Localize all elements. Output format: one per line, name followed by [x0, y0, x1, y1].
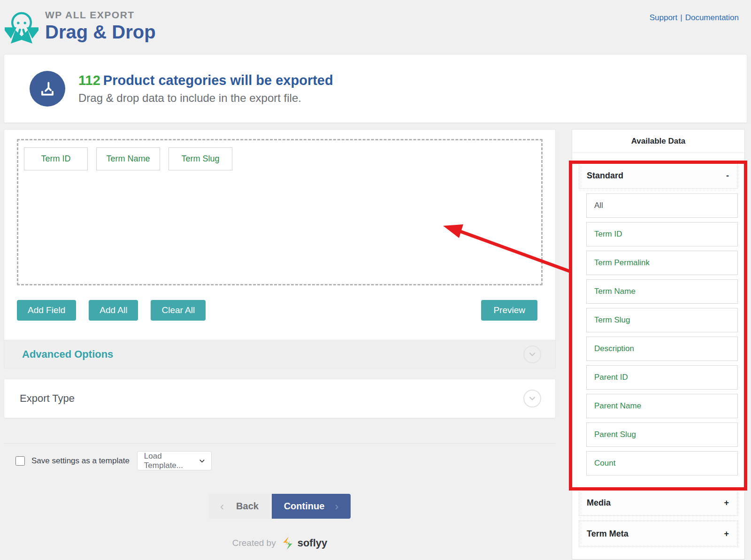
available-data-item[interactable]: Parent Name: [586, 394, 738, 418]
available-data-item[interactable]: Term Slug: [586, 308, 738, 332]
available-data-item[interactable]: Term Name: [586, 279, 738, 304]
available-data-item[interactable]: Term ID: [586, 222, 738, 246]
available-data-item[interactable]: Parent Slug: [586, 422, 738, 447]
field-chip[interactable]: Term ID: [24, 147, 88, 170]
documentation-link[interactable]: Documentation: [685, 13, 739, 22]
group-media[interactable]: Media +: [579, 490, 738, 516]
export-count-label: Product categories will be exported: [103, 73, 333, 88]
add-field-button[interactable]: Add Field: [17, 300, 76, 321]
export-summary-banner: 112Product categories will be exported D…: [4, 54, 747, 123]
group-media-label: Media: [587, 498, 611, 508]
preview-button[interactable]: Preview: [481, 300, 537, 321]
available-data-panel: Available Data Standard - AllTerm IDTerm…: [572, 129, 745, 560]
soflyy-logo-icon: [282, 537, 294, 550]
back-button[interactable]: ‹ Back: [209, 494, 270, 519]
group-term-meta[interactable]: Term Meta +: [579, 521, 738, 547]
add-all-button[interactable]: Add All: [89, 300, 138, 321]
group-standard-label: Standard: [587, 171, 623, 181]
header-links: Support|Documentation: [650, 13, 739, 23]
chevron-left-icon: ‹: [220, 500, 224, 513]
clear-all-button[interactable]: Clear All: [151, 300, 206, 321]
advanced-options-section[interactable]: Advanced Options: [4, 340, 556, 368]
page-title: Drag & Drop: [45, 22, 156, 43]
save-template-label: Save settings as a template: [31, 456, 130, 466]
available-data-item[interactable]: Count: [586, 451, 738, 476]
standard-items-list: AllTerm IDTerm PermalinkTerm NameTerm Sl…: [586, 193, 738, 476]
chevron-down-icon: [199, 457, 206, 465]
available-data-item[interactable]: All: [586, 193, 738, 218]
support-link[interactable]: Support: [650, 13, 678, 22]
app-header: WP ALL EXPORT Drag & Drop Support|Docume…: [0, 0, 751, 52]
available-data-item[interactable]: Parent ID: [586, 365, 738, 390]
group-standard[interactable]: Standard -: [579, 162, 738, 189]
dropzone[interactable]: Term IDTerm NameTerm Slug: [17, 139, 543, 285]
field-builder-card: Term IDTerm NameTerm Slug Add Field Add …: [4, 129, 556, 340]
expand-plus-icon[interactable]: +: [724, 529, 729, 539]
wp-all-export-octopus-logo-icon: [5, 8, 38, 46]
back-label: Back: [236, 501, 259, 512]
continue-button[interactable]: Continue ›: [272, 494, 351, 519]
template-bar: Save settings as a template Load Templat…: [4, 443, 556, 470]
available-data-title: Available Data: [572, 130, 744, 153]
field-chip[interactable]: Term Slug: [169, 147, 232, 170]
link-separator: |: [680, 13, 682, 22]
export-count-title: 112Product categories will be exported: [78, 73, 333, 88]
available-data-item[interactable]: Description: [586, 337, 738, 361]
soflyy-brand: soflyy: [298, 537, 328, 549]
wizard-nav: ‹ Back Continue ›: [4, 494, 556, 519]
advanced-options-title: Advanced Options: [22, 348, 113, 361]
load-template-value: Load Template...: [144, 452, 199, 470]
save-template-checkbox[interactable]: [15, 456, 25, 466]
export-count: 112: [78, 73, 100, 88]
field-chip[interactable]: Term Name: [96, 147, 160, 170]
load-template-select[interactable]: Load Template...: [137, 451, 212, 470]
collapse-minus-icon[interactable]: -: [726, 171, 729, 181]
export-type-title: Export Type: [20, 392, 75, 405]
footer: Created by soflyy: [4, 537, 556, 550]
expand-plus-icon[interactable]: +: [724, 498, 729, 508]
available-data-item[interactable]: Term Permalink: [586, 251, 738, 275]
group-term-meta-label: Term Meta: [587, 529, 628, 539]
chevron-right-icon: ›: [335, 500, 338, 513]
export-type-section[interactable]: Export Type: [4, 379, 556, 418]
download-icon: [30, 71, 65, 107]
chevron-down-icon[interactable]: [523, 390, 541, 407]
brand-name: WP ALL EXPORT: [45, 9, 156, 21]
chevron-down-icon[interactable]: [523, 345, 541, 363]
continue-label: Continue: [284, 501, 325, 512]
created-by-label: Created by: [232, 538, 276, 548]
export-subtitle: Drag & drop data to include in the expor…: [78, 92, 333, 105]
